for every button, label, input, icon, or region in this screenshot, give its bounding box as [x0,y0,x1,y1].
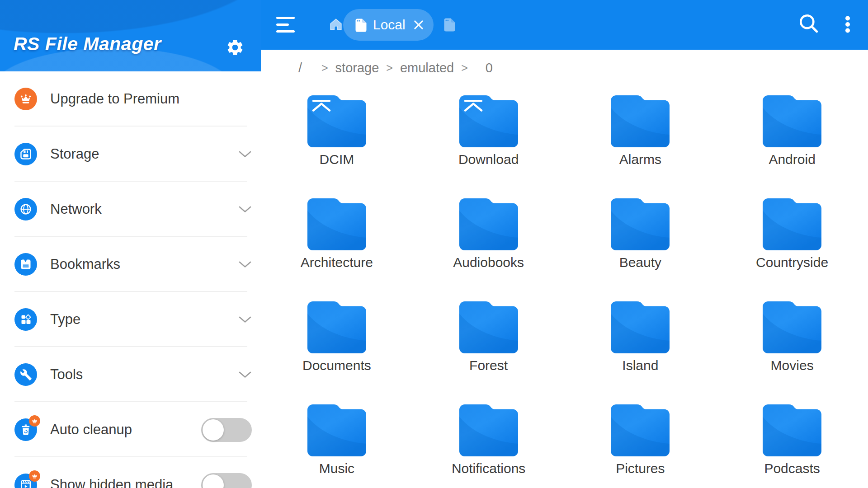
folder-icon [611,95,670,147]
chevron-down-icon[interactable] [238,206,252,213]
pinned-up-icon [312,99,331,112]
folder-item[interactable]: Audiobooks [413,198,565,301]
sidebar-item-bookmarks[interactable]: Bookmarks [0,237,261,292]
folder-name: Architecture [301,255,373,270]
breadcrumb-separator: > [384,61,395,75]
sidebar-item-show-hidden-media[interactable]: Show hidden media [0,457,261,488]
chevron-down-icon[interactable] [238,261,252,268]
folder-name: Download [458,152,519,167]
folder-item[interactable]: Beauty [565,198,717,301]
folder-icon [611,301,670,353]
folder-item[interactable]: DCIM [261,95,413,198]
folder-icon [459,404,518,456]
chevron-down-icon[interactable] [238,150,252,158]
breadcrumb-root[interactable]: / [281,61,320,75]
hamburger-menu-icon[interactable] [276,17,295,33]
folder-icon [307,198,366,250]
folder-icon [307,301,366,353]
folder-grid: DCIM Download [261,86,868,488]
home-icon[interactable] [329,17,343,32]
folder-icon [763,301,821,353]
sidebar-item-premium[interactable]: Upgrade to Premium [0,71,261,127]
folder-icon [763,95,821,147]
wrench-icon [14,363,37,386]
folder-item[interactable]: Download [413,95,565,198]
sidebar-item-storage[interactable]: Storage [0,127,261,182]
folder-item[interactable]: Pictures [565,404,717,488]
chevron-down-icon[interactable] [238,371,252,379]
hidden-media-icon [14,474,37,488]
breadcrumb-0[interactable]: 0 [470,61,509,75]
sidebar-item-label: Network [50,201,102,217]
folder-name: Music [319,461,354,476]
search-icon[interactable] [798,13,820,34]
pinned-up-icon [464,99,483,112]
sidebar-header: RS File Manager [0,0,261,71]
tab-local[interactable]: Local [343,9,434,41]
cleanup-trash-icon [14,418,37,441]
tab-label: Local [373,17,406,33]
folder-item[interactable]: Android [716,95,868,198]
close-icon[interactable] [413,19,425,31]
folder-icon [459,301,518,353]
folder-icon [611,198,670,250]
sidebar-item-label: Show hidden media [50,477,173,488]
folder-icon [763,404,821,456]
gear-icon[interactable] [226,38,245,57]
folder-name: Notifications [452,461,525,476]
folder-icon [307,95,366,147]
folder-name: Podcasts [764,461,820,476]
premium-badge-crown-icon [29,415,40,427]
folder-name: Pictures [616,461,665,476]
folder-icon [611,404,670,456]
folder-name: Alarms [619,152,661,167]
sidebar: RS File Manager Upgrade to Premium [0,0,261,488]
app-title: RS File Manager [14,33,161,55]
folder-icon [307,404,366,456]
folder-name: DCIM [320,152,354,167]
folder-item[interactable]: Forest [413,301,565,404]
sidebar-item-label: Bookmarks [50,256,120,272]
breadcrumb-storage[interactable]: storage [330,61,385,75]
folder-item[interactable]: Architecture [261,198,413,301]
tab-inactive-file-icon[interactable] [443,18,456,32]
breadcrumb-separator: > [459,61,470,75]
sidebar-item-type[interactable]: Type [0,292,261,347]
folder-item[interactable]: Music [261,404,413,488]
folder-icon [459,95,518,147]
folder-name: Documents [302,358,371,373]
folder-name: Movies [771,358,814,373]
folder-name: Island [622,358,658,373]
folder-item[interactable]: Notifications [413,404,565,488]
bookmark-icon [14,253,37,276]
folder-name: Countryside [756,255,828,270]
top-bar: Local [261,0,868,50]
sidebar-item-label: Storage [50,146,99,162]
sidebar-item-label: Type [50,311,80,328]
sidebar-item-tools[interactable]: Tools [0,347,261,402]
sidebar-item-label: Auto cleanup [50,422,132,438]
folder-item[interactable]: Documents [261,301,413,404]
shapes-icon [14,308,37,331]
sidebar-item-auto-cleanup[interactable]: Auto cleanup [0,402,261,457]
sidebar-item-network[interactable]: Network [0,182,261,237]
folder-name: Android [769,152,815,167]
folder-item[interactable]: Alarms [565,95,717,198]
chevron-down-icon[interactable] [238,316,252,324]
premium-badge-crown-icon [29,470,40,482]
folder-item[interactable]: Movies [716,301,868,404]
folder-item[interactable]: Countryside [716,198,868,301]
auto-cleanup-toggle[interactable] [201,418,252,442]
folder-name: Forest [469,358,508,373]
more-options-icon[interactable] [842,16,854,34]
breadcrumb-separator: > [320,61,330,75]
file-tab-icon [355,18,367,32]
globe-icon [14,198,37,221]
crown-icon [14,88,37,110]
folder-item[interactable]: Island [565,301,717,404]
show-hidden-media-toggle[interactable] [201,473,252,488]
breadcrumb-emulated[interactable]: emulated [395,61,459,75]
folder-name: Audiobooks [453,255,524,270]
folder-item[interactable]: Podcasts [716,404,868,488]
folder-icon [763,198,821,250]
